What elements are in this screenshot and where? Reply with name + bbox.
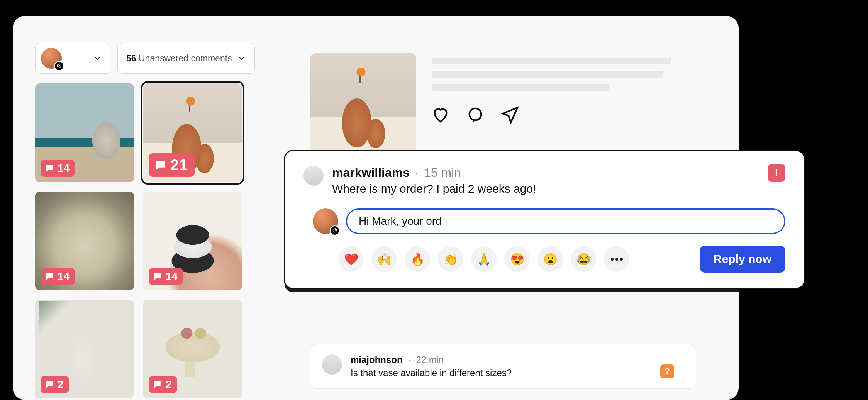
comment-time: 15 min bbox=[424, 166, 461, 180]
more-emojis-button[interactable] bbox=[604, 246, 629, 272]
threads-icon bbox=[330, 225, 340, 236]
question-badge: ? bbox=[660, 364, 674, 378]
emoji-pray[interactable]: 🙏 bbox=[471, 246, 497, 272]
comment-time: 22 min bbox=[416, 354, 444, 365]
emoji-wow[interactable]: 😮 bbox=[537, 246, 563, 272]
post-grid: 14 21 14 14 bbox=[35, 83, 242, 398]
comment-username: miajohnson bbox=[351, 354, 403, 365]
avatar bbox=[40, 47, 63, 69]
filter-label: Unanswered comments bbox=[139, 53, 232, 63]
comment-count-badge: 14 bbox=[149, 268, 183, 285]
like-icon[interactable] bbox=[432, 106, 449, 124]
svg-point-0 bbox=[470, 108, 481, 120]
reply-panel: markwilliams · 15 min Where is my order?… bbox=[284, 150, 805, 289]
chevron-down-icon bbox=[93, 54, 102, 63]
emoji-raised-hands[interactable]: 🙌 bbox=[371, 246, 397, 272]
share-icon[interactable] bbox=[501, 106, 519, 124]
comment-card[interactable]: miajohnson · 22 min Is that vase availab… bbox=[310, 344, 696, 389]
threads-icon bbox=[54, 61, 64, 71]
post-thumbnail[interactable]: 14 bbox=[143, 192, 242, 290]
comment-icon bbox=[44, 163, 54, 173]
comment-icon bbox=[153, 380, 163, 390]
post-thumbnail[interactable]: 14 bbox=[35, 83, 134, 182]
emoji-row: ❤️ 🙌 🔥 👏 🙏 😍 😮 😂 Reply now bbox=[338, 246, 785, 273]
filter-dropdown[interactable]: 56 Unanswered comments bbox=[117, 43, 255, 74]
comment-icon[interactable] bbox=[466, 106, 484, 124]
emoji-joy[interactable]: 😂 bbox=[571, 246, 596, 272]
emoji-clap[interactable]: 👏 bbox=[438, 246, 463, 272]
alert-badge: ! bbox=[768, 164, 785, 182]
post-thumbnail-selected[interactable]: 21 bbox=[143, 83, 242, 182]
comment-count-badge: 14 bbox=[41, 268, 75, 285]
avatar bbox=[322, 354, 342, 375]
comment-text: Is that vase available in different size… bbox=[351, 368, 684, 378]
post-image bbox=[310, 53, 416, 159]
filter-count: 56 bbox=[126, 53, 136, 63]
chevron-down-icon bbox=[237, 54, 246, 63]
avatar bbox=[313, 208, 338, 234]
avatar bbox=[303, 166, 324, 186]
comment-icon bbox=[44, 380, 54, 390]
comment-count-badge: 21 bbox=[149, 153, 195, 177]
post-thumbnail[interactable]: 2 bbox=[35, 300, 134, 398]
account-dropdown[interactable] bbox=[35, 43, 110, 74]
topbar: 56 Unanswered comments bbox=[35, 43, 255, 74]
comment-text: Where is my order? I paid 2 weeks ago! bbox=[332, 182, 785, 195]
emoji-heart[interactable]: ❤️ bbox=[338, 246, 364, 272]
post-thumbnail[interactable]: 2 bbox=[143, 300, 242, 398]
comment-username: markwilliams bbox=[332, 166, 410, 180]
post-caption-skeleton bbox=[432, 53, 696, 124]
comment-icon bbox=[153, 271, 163, 281]
comment-icon bbox=[44, 271, 54, 281]
comment-count-badge: 2 bbox=[41, 376, 69, 393]
post-thumbnail[interactable]: 14 bbox=[35, 192, 134, 290]
emoji-heart-eyes[interactable]: 😍 bbox=[504, 246, 530, 272]
comment-icon bbox=[154, 159, 167, 172]
reply-now-button[interactable]: Reply now bbox=[700, 246, 785, 273]
comment-count-badge: 14 bbox=[41, 160, 75, 177]
reply-input[interactable] bbox=[346, 208, 785, 234]
emoji-fire[interactable]: 🔥 bbox=[405, 246, 430, 272]
post-detail bbox=[310, 53, 696, 159]
comment-count-badge: 2 bbox=[149, 376, 177, 393]
